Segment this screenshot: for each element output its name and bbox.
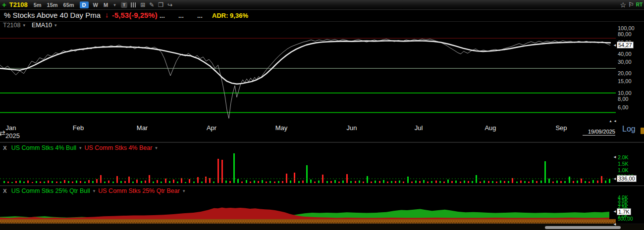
t2108-line — [0, 39, 610, 119]
log-scale-toggle[interactable]: Log — [622, 125, 636, 134]
y-tick-main: 100,00 — [618, 25, 635, 31]
more-options-dots[interactable]: ... — [178, 12, 184, 19]
panel-separator — [0, 185, 644, 186]
breadth-panel-header: X US Comm Stks 4% Bull ▾ US Comm Stks 4%… — [3, 144, 158, 151]
breadth-axis-marker-icon: ◄ — [613, 155, 617, 159]
y-tick-main: 20,00 — [618, 70, 632, 76]
y-tick-breadth: 2.0K — [618, 154, 629, 160]
pan-cursor-icon[interactable]: ⇄ — [0, 129, 5, 138]
more-options-dots[interactable]: ... — [197, 12, 203, 19]
year-label: 2025 — [5, 132, 20, 139]
last-date-label[interactable]: 19/09/2025 — [583, 129, 615, 136]
charts-canvas[interactable] — [0, 0, 644, 230]
y-tick-main: 10,00 — [618, 90, 632, 96]
calendar-mini-icon[interactable] — [641, 128, 644, 134]
breadth-value-marker-icon: ◄ — [613, 177, 617, 181]
x-label-jul: Jul — [415, 124, 423, 132]
breadth-bull-label[interactable]: US Comm Stks 4% Bull — [11, 144, 76, 151]
qtr-bull-caret-icon[interactable]: ▾ — [93, 188, 96, 193]
x-label-mar: Mar — [137, 124, 148, 132]
axis-left-marker-icon: ◄ — [613, 119, 617, 123]
qtr-value-badge: 1.7K — [617, 208, 631, 215]
qtr-close-button[interactable]: X — [3, 188, 7, 194]
qtr-axis-marker-icon: ◄ — [613, 222, 617, 227]
main-value-marker-icon: ◄ — [613, 43, 617, 47]
x-label-jan: Jan — [6, 124, 16, 132]
breadth-bear-label[interactable]: US Comm Stks 4% Bear — [84, 144, 152, 151]
qtr-value-marker-icon: ◄ — [613, 209, 617, 214]
x-label-jun: Jun — [347, 124, 357, 132]
app-window: + T2108 5m 15m 65m D W M ▾ T ⊞ ✎ ❐ ↪ ☆ ⚐… — [0, 0, 644, 230]
more-options-dots[interactable]: ... — [160, 12, 165, 19]
qtr-bull-label[interactable]: US Comm Stks 25% Qtr Bull — [11, 187, 90, 194]
x-label-may: May — [275, 124, 288, 132]
horizontal-scrollbar[interactable] — [545, 226, 621, 229]
qtr-bear-caret-icon[interactable]: ▾ — [183, 188, 185, 193]
qtr-bear-label[interactable]: US Comm Stks 25% Qtr Bear — [98, 187, 180, 194]
qtr-panel-header: X US Comm Stks 25% Qtr Bull ▾ US Comm St… — [3, 187, 185, 194]
ema10-line — [0, 41, 610, 84]
axis-up-marker-icon: ▲ — [609, 119, 612, 123]
breadth-value-badge: 336,00 — [617, 175, 637, 182]
y-tick-breadth: 1.5K — [618, 161, 629, 167]
y-tick-main: 15,00 — [618, 78, 632, 84]
y-tick-qtr: 500,00 — [618, 216, 633, 222]
x-label-apr: Apr — [207, 124, 216, 132]
t2108-value-badge: 54,27 — [617, 42, 634, 48]
x-label-aug: Aug — [484, 124, 496, 132]
x-label-sep: Sep — [555, 124, 567, 132]
breadth-bear-caret-icon[interactable]: ▾ — [155, 145, 158, 150]
y-tick-main: 80,00 — [618, 31, 632, 37]
breadth-bull-caret-icon[interactable]: ▾ — [79, 145, 82, 150]
breadth-close-button[interactable]: X — [3, 145, 7, 151]
y-tick-main: 8,00 — [618, 96, 628, 102]
panel-separator-shadow — [0, 142, 644, 143]
y-tick-main: 6,00 — [618, 104, 628, 110]
y-tick-breadth: 1.0K — [618, 167, 629, 173]
x-label-feb: Feb — [73, 124, 84, 132]
y-tick-main: 40,00 — [618, 51, 632, 57]
y-tick-main: 30,00 — [618, 59, 632, 65]
